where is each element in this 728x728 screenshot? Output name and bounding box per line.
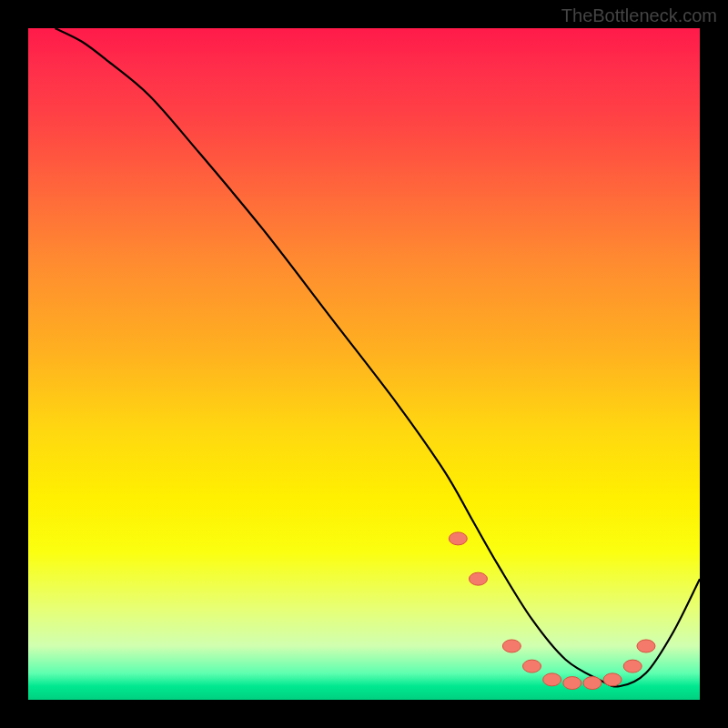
chart-marker	[523, 660, 541, 672]
chart-svg	[28, 28, 700, 700]
chart-marker	[543, 673, 561, 686]
chart-plot-area	[28, 28, 700, 700]
chart-marker	[449, 532, 467, 545]
chart-marker	[502, 640, 521, 652]
chart-marker	[563, 677, 581, 690]
chart-marker	[603, 673, 622, 686]
chart-markers	[449, 532, 655, 690]
chart-curve	[56, 28, 700, 686]
chart-marker	[623, 660, 642, 672]
watermark-text: TheBottleneck.com	[561, 5, 717, 26]
chart-marker	[583, 677, 602, 690]
chart-marker	[637, 640, 655, 652]
chart-marker	[469, 572, 487, 585]
